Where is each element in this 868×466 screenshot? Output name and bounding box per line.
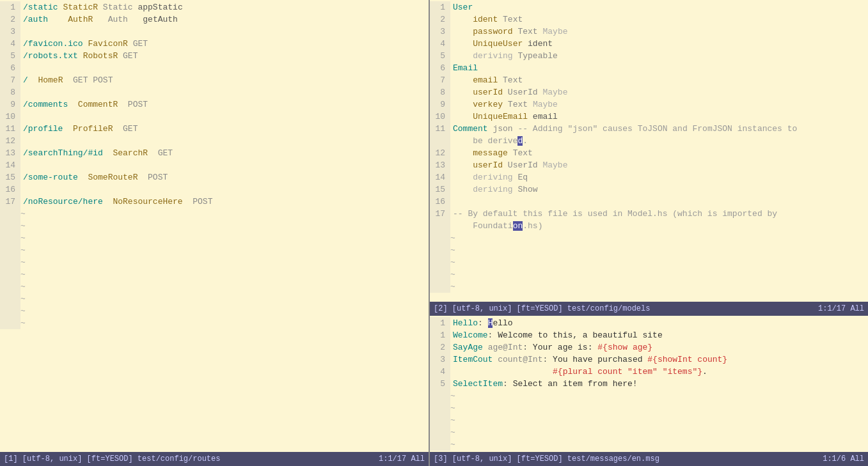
tilde-line: ~ (0, 244, 429, 256)
right-bottom-statusbar-left: [3] [utf-8, unix] [ft=YESOD] test/messag… (434, 454, 659, 463)
editor-container: 1 /static StaticR Static appStatic 2 /au… (0, 0, 868, 466)
right-top-pane: 1 User 2 ident Text 3 password Text Mayb… (430, 0, 868, 316)
table-row: 9 verkey Text Maybe (430, 98, 868, 111)
tilde-line: ~ (430, 439, 868, 451)
right-pane: 1 User 2 ident Text 3 password Text Mayb… (430, 0, 868, 466)
tilde-line: ~ (0, 208, 429, 220)
table-row: 16 (0, 183, 429, 196)
table-row: 3 (0, 26, 429, 38)
table-row: 4 UniqueUser ident (430, 38, 868, 50)
table-row: Foundation.hs) (430, 220, 868, 232)
tilde-line: ~ (430, 268, 868, 281)
tilde-line: ~ (0, 220, 429, 232)
table-row: 2 /auth AuthR Auth getAuth (0, 13, 429, 26)
table-row: 11 Comment json -- Adding "json" causes … (430, 123, 868, 135)
table-row: 7 / HomeR GET POST (0, 74, 429, 86)
tilde-line: ~ (430, 256, 868, 268)
table-row: 14 (0, 159, 429, 171)
table-row: 1 Welcome: Welcome to this, a beautiful … (430, 329, 868, 341)
table-row: 15 deriving Show (430, 183, 868, 196)
tilde-line: ~ (430, 232, 868, 244)
tilde-line: ~ (430, 426, 868, 439)
right-bottom-code-area[interactable]: 1 Hello: Hello 1 Welcome: Welcome to thi… (430, 316, 868, 452)
table-row: 13 userId UserId Maybe (430, 159, 868, 171)
table-row: 16 (430, 196, 868, 208)
table-row: 1 /static StaticR Static appStatic (0, 1, 429, 13)
tilde-line: ~ (0, 305, 429, 317)
tilde-line: ~ (430, 414, 868, 426)
table-row: 2 SayAge age@Int: Your age is: #{show ag… (430, 341, 868, 353)
table-row: 5 /robots.txt RobotsR GET (0, 50, 429, 62)
right-top-statusbar-right: 1:1/17 All (818, 304, 864, 313)
table-row: 10 (0, 111, 429, 123)
table-row: 9 /comments CommentR POST (0, 98, 429, 111)
table-row: 7 email Text (430, 74, 868, 86)
tilde-line: ~ (0, 317, 429, 329)
right-bottom-statusbar: [3] [utf-8, unix] [ft=YESOD] test/messag… (430, 452, 868, 466)
table-row: 1 User (430, 1, 868, 13)
left-code-area[interactable]: 1 /static StaticR Static appStatic 2 /au… (0, 0, 429, 452)
table-row: 2 ident Text (430, 13, 868, 26)
right-bottom-pane: 1 Hello: Hello 1 Welcome: Welcome to thi… (430, 316, 868, 466)
left-statusbar: [1] [utf-8, unix] [ft=YESOD] test/config… (0, 452, 429, 466)
right-top-code-area[interactable]: 1 User 2 ident Text 3 password Text Mayb… (430, 0, 868, 302)
table-row: 17 -- By default this file is used in Mo… (430, 208, 868, 220)
table-row: 3 ItemCout count@Int: You have purchased… (430, 353, 868, 366)
table-row: 10 UniqueEmail email (430, 111, 868, 123)
tilde-line: ~ (0, 293, 429, 305)
table-row: 17 /noResource/here NoResourceHere POST (0, 196, 429, 208)
right-top-statusbar-left: [2] [utf-8, unix] [ft=YESOD] test/config… (434, 304, 650, 313)
table-row: 5 deriving Typeable (430, 50, 868, 62)
table-row: 6 (0, 62, 429, 74)
right-bottom-statusbar-right: 1:1/6 All (823, 454, 864, 463)
table-row: 3 password Text Maybe (430, 26, 868, 38)
table-row: 4 /favicon.ico FaviconR GET (0, 38, 429, 50)
left-pane: 1 /static StaticR Static appStatic 2 /au… (0, 0, 430, 466)
tilde-line: ~ (430, 390, 868, 402)
table-row: 13 /searchThing/#id SearchR GET (0, 147, 429, 159)
table-row: 11 /profile ProfileR GET (0, 123, 429, 135)
table-row: 8 userId UserId Maybe (430, 86, 868, 98)
table-row: 15 /some-route SomeRouteR POST (0, 171, 429, 183)
table-row: 1 Hello: Hello (430, 317, 868, 329)
tilde-line: ~ (430, 244, 868, 256)
table-row: be derived. (430, 135, 868, 147)
table-row: 12 message Text (430, 147, 868, 159)
tilde-line: ~ (0, 232, 429, 244)
table-row: 8 (0, 86, 429, 98)
tilde-line: ~ (0, 281, 429, 293)
table-row: 4 #{plural count "item" "items"}. (430, 366, 868, 378)
tilde-line: ~ (430, 402, 868, 414)
table-row: 5 SelectItem: Select an item from here! (430, 378, 868, 390)
table-row: 14 deriving Eq (430, 171, 868, 183)
tilde-line: ~ (430, 281, 868, 293)
right-top-statusbar: [2] [utf-8, unix] [ft=YESOD] test/config… (430, 302, 868, 316)
left-statusbar-right: 1:1/17 All (379, 454, 425, 463)
tilde-line: ~ (0, 256, 429, 268)
table-row: 12 (0, 135, 429, 147)
table-row: 6 Email (430, 62, 868, 74)
tilde-line: ~ (0, 268, 429, 281)
left-statusbar-left: [1] [utf-8, unix] [ft=YESOD] test/config… (4, 454, 220, 463)
